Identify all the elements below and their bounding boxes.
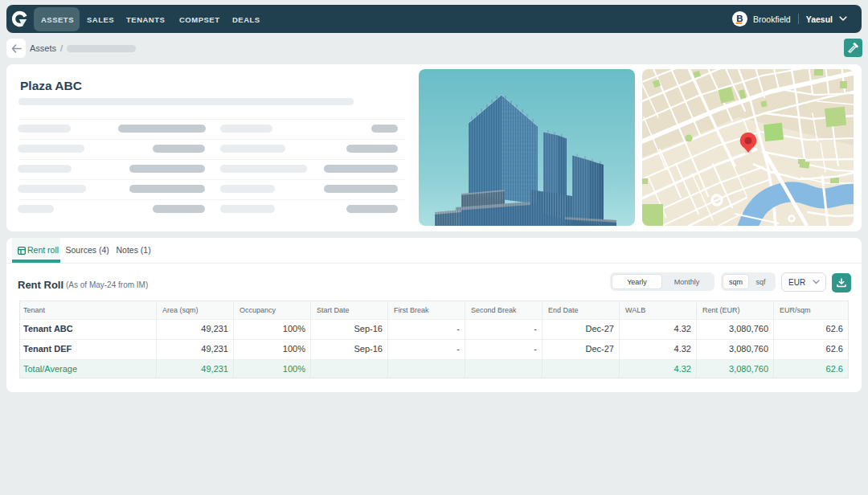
svg-text:B: B: [736, 14, 743, 23]
